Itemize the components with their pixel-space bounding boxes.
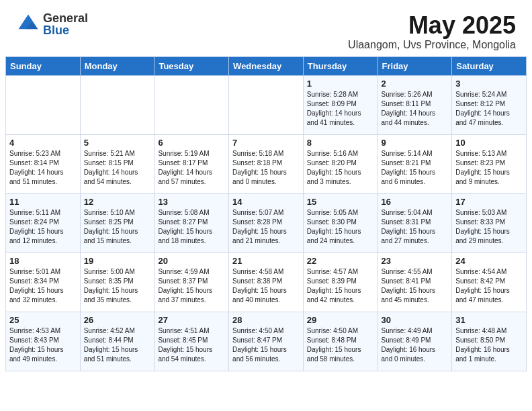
weekday-header-sunday: Sunday	[6, 56, 81, 75]
calendar-week-2: 4Sunrise: 5:23 AMSunset: 8:14 PMDaylight…	[6, 134, 527, 193]
calendar-cell: 5Sunrise: 5:21 AMSunset: 8:15 PMDaylight…	[80, 134, 154, 193]
calendar-week-3: 11Sunrise: 5:11 AMSunset: 8:24 PMDayligh…	[6, 193, 527, 253]
day-info: Sunrise: 5:01 AMSunset: 8:34 PMDaylight:…	[9, 267, 77, 305]
calendar-cell: 1Sunrise: 5:28 AMSunset: 8:09 PMDaylight…	[303, 75, 378, 134]
day-info: Sunrise: 4:51 AMSunset: 8:45 PMDaylight:…	[158, 326, 225, 364]
calendar-cell: 25Sunrise: 4:53 AMSunset: 8:43 PMDayligh…	[6, 312, 81, 371]
weekday-header-saturday: Saturday	[452, 56, 527, 75]
calendar-cell	[154, 75, 229, 134]
calendar-week-1: 1Sunrise: 5:28 AMSunset: 8:09 PMDaylight…	[6, 75, 527, 134]
day-number: 11	[9, 197, 77, 207]
weekday-header-friday: Friday	[378, 56, 452, 75]
day-number: 12	[84, 197, 151, 207]
day-number: 10	[455, 138, 523, 148]
calendar-cell: 15Sunrise: 5:05 AMSunset: 8:30 PMDayligh…	[303, 193, 378, 253]
day-info: Sunrise: 5:19 AMSunset: 8:17 PMDaylight:…	[158, 149, 225, 187]
day-info: Sunrise: 5:03 AMSunset: 8:33 PMDaylight:…	[455, 208, 523, 246]
month-title: May 2025	[348, 12, 516, 39]
calendar-cell: 2Sunrise: 5:26 AMSunset: 8:11 PMDaylight…	[378, 75, 452, 134]
day-info: Sunrise: 4:49 AMSunset: 8:49 PMDaylight:…	[382, 326, 449, 364]
day-info: Sunrise: 5:04 AMSunset: 8:31 PMDaylight:…	[382, 208, 449, 246]
day-info: Sunrise: 5:23 AMSunset: 8:14 PMDaylight:…	[9, 149, 77, 187]
day-info: Sunrise: 5:28 AMSunset: 8:09 PMDaylight:…	[307, 90, 374, 128]
day-info: Sunrise: 4:52 AMSunset: 8:44 PMDaylight:…	[84, 326, 151, 364]
day-info: Sunrise: 4:48 AMSunset: 8:50 PMDaylight:…	[455, 326, 523, 364]
day-number: 31	[455, 315, 523, 325]
day-info: Sunrise: 4:57 AMSunset: 8:39 PMDaylight:…	[307, 267, 374, 305]
day-number: 5	[84, 138, 151, 148]
day-number: 25	[9, 315, 77, 325]
day-info: Sunrise: 5:21 AMSunset: 8:15 PMDaylight:…	[84, 149, 151, 187]
day-info: Sunrise: 4:50 AMSunset: 8:47 PMDaylight:…	[232, 326, 300, 364]
day-info: Sunrise: 5:24 AMSunset: 8:12 PMDaylight:…	[455, 90, 523, 128]
day-number: 29	[307, 315, 374, 325]
day-number: 14	[232, 197, 300, 207]
calendar-cell: 30Sunrise: 4:49 AMSunset: 8:49 PMDayligh…	[378, 312, 452, 371]
day-number: 9	[382, 138, 449, 148]
calendar-table: SundayMondayTuesdayWednesdayThursdayFrid…	[5, 56, 527, 371]
calendar-cell: 24Sunrise: 4:54 AMSunset: 8:42 PMDayligh…	[452, 253, 527, 312]
calendar-cell: 29Sunrise: 4:50 AMSunset: 8:48 PMDayligh…	[303, 312, 378, 371]
day-info: Sunrise: 5:26 AMSunset: 8:11 PMDaylight:…	[382, 90, 449, 128]
day-number: 21	[232, 256, 300, 266]
day-number: 13	[158, 197, 225, 207]
calendar-cell	[80, 75, 154, 134]
calendar-cell: 18Sunrise: 5:01 AMSunset: 8:34 PMDayligh…	[6, 253, 81, 312]
day-info: Sunrise: 5:11 AMSunset: 8:24 PMDaylight:…	[9, 208, 77, 246]
calendar-cell	[229, 75, 304, 134]
calendar-cell: 12Sunrise: 5:10 AMSunset: 8:25 PMDayligh…	[80, 193, 154, 253]
day-number: 22	[307, 256, 374, 266]
day-number: 15	[307, 197, 374, 207]
day-number: 7	[232, 138, 300, 148]
calendar-header: SundayMondayTuesdayWednesdayThursdayFrid…	[6, 56, 527, 75]
weekday-header-wednesday: Wednesday	[229, 56, 304, 75]
calendar-cell: 23Sunrise: 4:55 AMSunset: 8:41 PMDayligh…	[378, 253, 452, 312]
logo-text: General Blue	[43, 12, 88, 36]
day-info: Sunrise: 5:16 AMSunset: 8:20 PMDaylight:…	[307, 149, 374, 187]
calendar-cell: 17Sunrise: 5:03 AMSunset: 8:33 PMDayligh…	[452, 193, 527, 253]
day-info: Sunrise: 5:10 AMSunset: 8:25 PMDaylight:…	[84, 208, 151, 246]
day-info: Sunrise: 5:07 AMSunset: 8:28 PMDaylight:…	[232, 208, 300, 246]
day-number: 27	[158, 315, 225, 325]
day-number: 3	[455, 79, 523, 89]
calendar-cell: 28Sunrise: 4:50 AMSunset: 8:47 PMDayligh…	[229, 312, 304, 371]
calendar-cell: 4Sunrise: 5:23 AMSunset: 8:14 PMDaylight…	[6, 134, 81, 193]
calendar-body: 1Sunrise: 5:28 AMSunset: 8:09 PMDaylight…	[6, 75, 527, 371]
calendar-cell: 13Sunrise: 5:08 AMSunset: 8:27 PMDayligh…	[154, 193, 229, 253]
calendar-cell: 10Sunrise: 5:13 AMSunset: 8:23 PMDayligh…	[452, 134, 527, 193]
calendar-cell: 7Sunrise: 5:18 AMSunset: 8:18 PMDaylight…	[229, 134, 304, 193]
calendar-cell: 11Sunrise: 5:11 AMSunset: 8:24 PMDayligh…	[6, 193, 81, 253]
calendar-cell: 22Sunrise: 4:57 AMSunset: 8:39 PMDayligh…	[303, 253, 378, 312]
day-info: Sunrise: 4:54 AMSunset: 8:42 PMDaylight:…	[455, 267, 523, 305]
title-block: May 2025 Ulaangom, Uvs Province, Mongoli…	[348, 12, 516, 51]
location-title: Ulaangom, Uvs Province, Mongolia	[348, 39, 516, 51]
weekday-header-tuesday: Tuesday	[154, 56, 229, 75]
day-number: 8	[307, 138, 374, 148]
logo-general-text: General	[43, 12, 88, 24]
calendar-cell: 19Sunrise: 5:00 AMSunset: 8:35 PMDayligh…	[80, 253, 154, 312]
logo-blue-text: Blue	[43, 24, 88, 36]
day-number: 24	[455, 256, 523, 266]
day-number: 19	[84, 256, 151, 266]
day-number: 17	[455, 197, 523, 207]
day-info: Sunrise: 4:50 AMSunset: 8:48 PMDaylight:…	[307, 326, 374, 364]
day-number: 18	[9, 256, 77, 266]
day-number: 26	[84, 315, 151, 325]
page-header: General Blue May 2025 Ulaangom, Uvs Prov…	[0, 0, 532, 56]
day-number: 20	[158, 256, 225, 266]
calendar-cell: 16Sunrise: 5:04 AMSunset: 8:31 PMDayligh…	[378, 193, 452, 253]
calendar-cell	[6, 75, 81, 134]
day-number: 4	[9, 138, 77, 148]
calendar-cell: 27Sunrise: 4:51 AMSunset: 8:45 PMDayligh…	[154, 312, 229, 371]
day-number: 30	[382, 315, 449, 325]
calendar-cell: 20Sunrise: 4:59 AMSunset: 8:37 PMDayligh…	[154, 253, 229, 312]
calendar-cell: 3Sunrise: 5:24 AMSunset: 8:12 PMDaylight…	[452, 75, 527, 134]
day-number: 16	[382, 197, 449, 207]
day-number: 23	[382, 256, 449, 266]
day-info: Sunrise: 4:55 AMSunset: 8:41 PMDaylight:…	[382, 267, 449, 305]
weekday-header-thursday: Thursday	[303, 56, 378, 75]
day-number: 2	[382, 79, 449, 89]
calendar-week-4: 18Sunrise: 5:01 AMSunset: 8:34 PMDayligh…	[6, 253, 527, 312]
day-info: Sunrise: 5:14 AMSunset: 8:21 PMDaylight:…	[382, 149, 449, 187]
day-info: Sunrise: 5:05 AMSunset: 8:30 PMDaylight:…	[307, 208, 374, 246]
